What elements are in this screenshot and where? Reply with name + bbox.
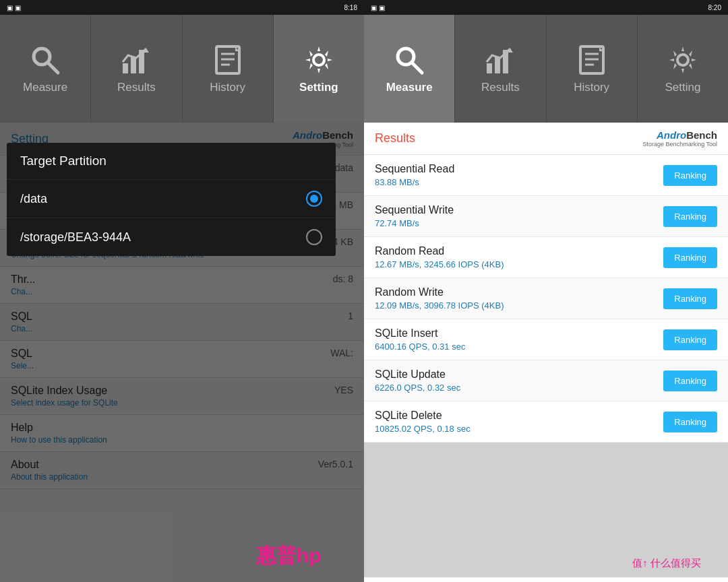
result-value-4: 6400.16 QPS, 0.31 sec	[375, 342, 465, 352]
result-value-0: 83.88 MB/s	[375, 177, 454, 187]
right-panel-title: Results	[375, 131, 415, 146]
result-value-1: 72.74 MB/s	[375, 218, 454, 228]
history-icon-right	[575, 43, 609, 77]
left-tab-bar: Measure Results	[0, 15, 364, 123]
radio-storage	[306, 229, 322, 245]
ranking-btn-3[interactable]: Ranking	[663, 288, 717, 309]
right-logo-text: AndroBench	[643, 129, 717, 141]
main-content: Measure Results	[0, 15, 728, 582]
right-logo-sub: Storage Benchmarking Tool	[643, 141, 717, 148]
setting-icon-right	[666, 43, 700, 77]
dialog-option-storage-label: /storage/BEA3-944A	[20, 230, 131, 245]
result-item-3: Random Write 12.09 MB/s, 3096.78 IOPS (4…	[364, 278, 728, 319]
result-value-3: 12.09 MB/s, 3096.78 IOPS (4KB)	[375, 300, 504, 311]
result-title-4: SQLite Insert	[375, 327, 465, 340]
radio-data-fill	[310, 195, 318, 203]
right-panel: Measure Results	[364, 15, 728, 582]
dialog-option-data-label: /data	[20, 192, 47, 206]
right-tab-setting[interactable]: Setting	[638, 15, 728, 123]
right-tab-setting-label: Setting	[665, 81, 700, 94]
right-time: 8:20	[708, 4, 721, 11]
result-info-3: Random Write 12.09 MB/s, 3096.78 IOPS (4…	[375, 286, 504, 311]
history-icon-left	[211, 43, 245, 77]
result-info-6: SQLite Delete 10825.02 QPS, 0.18 sec	[375, 410, 471, 434]
result-value-5: 6226.0 QPS, 0.32 sec	[375, 383, 460, 393]
svg-rect-3	[131, 57, 136, 73]
result-info-0: Sequential Read 83.88 MB/s	[375, 163, 454, 187]
left-tab-measure[interactable]: Measure	[0, 15, 91, 123]
ranking-btn-1[interactable]: Ranking	[663, 206, 717, 227]
left-time: 8:18	[344, 4, 357, 11]
result-info-1: Sequential Write 72.74 MB/s	[375, 204, 454, 228]
measure-icon-right	[392, 43, 426, 77]
app-container: ▣ ▣ 8:18 ▣ ▣ 8:20 Measure	[0, 0, 728, 582]
svg-rect-14	[487, 63, 492, 73]
measure-icon-left	[28, 43, 62, 77]
ranking-btn-4[interactable]: Ranking	[663, 329, 717, 350]
results-icon-left	[119, 43, 153, 77]
result-title-6: SQLite Delete	[375, 410, 471, 422]
right-logo: AndroBench Storage Benchmarking Tool	[643, 129, 717, 148]
ranking-btn-5[interactable]: Ranking	[663, 370, 717, 391]
right-panel-header: Results AndroBench Storage Benchmarking …	[364, 123, 728, 155]
ranking-btn-2[interactable]: Ranking	[663, 247, 717, 268]
svg-point-23	[677, 55, 688, 65]
left-panel: Measure Results	[0, 15, 364, 582]
left-tab-history[interactable]: History	[183, 15, 274, 123]
svg-line-1	[48, 63, 58, 73]
right-tab-bar: Measure Results	[364, 15, 728, 123]
result-title-3: Random Write	[375, 286, 504, 298]
setting-icon-left	[302, 43, 336, 77]
result-info-2: Random Read 12.67 MB/s, 3245.66 IOPS (4K…	[375, 245, 504, 269]
left-content: Setting AndroBench Storage Benchmarking …	[0, 123, 364, 582]
result-value-2: 12.67 MB/s, 3245.66 IOPS (4KB)	[375, 259, 504, 269]
result-item-0: Sequential Read 83.88 MB/s Ranking	[364, 155, 728, 196]
result-item-6: SQLite Delete 10825.02 QPS, 0.18 sec Ran…	[364, 401, 728, 443]
right-tab-measure-label: Measure	[386, 81, 433, 94]
result-title-1: Sequential Write	[375, 204, 454, 216]
status-bar-left: ▣ ▣ 8:18	[0, 0, 364, 15]
svg-rect-2	[123, 63, 128, 73]
result-item-2: Random Read 12.67 MB/s, 3245.66 IOPS (4K…	[364, 237, 728, 278]
result-item-5: SQLite Update 6226.0 QPS, 0.32 sec Ranki…	[364, 360, 728, 401]
result-item-4: SQLite Insert 6400.16 QPS, 0.31 sec Rank…	[364, 319, 728, 360]
ranking-btn-6[interactable]: Ranking	[663, 412, 717, 432]
status-bars: ▣ ▣ 8:18 ▣ ▣ 8:20	[0, 0, 728, 15]
right-tab-history[interactable]: History	[547, 15, 638, 123]
dialog-option-data[interactable]: /data	[7, 179, 336, 218]
right-tab-results[interactable]: Results	[455, 15, 546, 123]
left-tab-setting-label: Setting	[299, 81, 338, 94]
right-content: Results AndroBench Storage Benchmarking …	[364, 123, 728, 582]
result-title-0: Sequential Read	[375, 163, 454, 175]
status-bar-right: ▣ ▣ 8:20	[364, 0, 728, 15]
result-title-2: Random Read	[375, 245, 504, 257]
ranking-btn-0[interactable]: Ranking	[663, 165, 717, 186]
result-item-1: Sequential Write 72.74 MB/s Ranking	[364, 196, 728, 237]
dialog-overlay[interactable]: Target Partition /data /storage/BEA3-944…	[0, 123, 364, 582]
dialog-title: Target Partition	[7, 143, 336, 179]
target-partition-dialog: Target Partition /data /storage/BEA3-944…	[7, 143, 336, 256]
left-tab-results[interactable]: Results	[91, 15, 182, 123]
svg-rect-15	[495, 57, 500, 73]
result-title-5: SQLite Update	[375, 368, 460, 381]
left-tab-results-label: Results	[117, 81, 156, 94]
right-tab-history-label: History	[574, 81, 609, 94]
left-tab-setting[interactable]: Setting	[274, 15, 364, 123]
dialog-option-storage[interactable]: /storage/BEA3-944A	[7, 218, 336, 256]
right-bottom-area	[364, 443, 728, 577]
svg-line-13	[412, 63, 422, 73]
results-icon-right	[483, 43, 517, 77]
result-value-6: 10825.02 QPS, 0.18 sec	[375, 424, 471, 434]
left-tab-measure-label: Measure	[23, 81, 67, 94]
right-status-icons: ▣ ▣	[371, 4, 385, 11]
right-tab-measure[interactable]: Measure	[364, 15, 455, 123]
radio-data	[306, 191, 322, 207]
left-status-icons: ▣ ▣	[7, 4, 21, 11]
svg-point-11	[313, 55, 324, 65]
result-info-4: SQLite Insert 6400.16 QPS, 0.31 sec	[375, 327, 465, 352]
left-tab-history-label: History	[210, 81, 245, 94]
right-tab-results-label: Results	[481, 81, 520, 94]
result-info-5: SQLite Update 6226.0 QPS, 0.32 sec	[375, 368, 460, 393]
